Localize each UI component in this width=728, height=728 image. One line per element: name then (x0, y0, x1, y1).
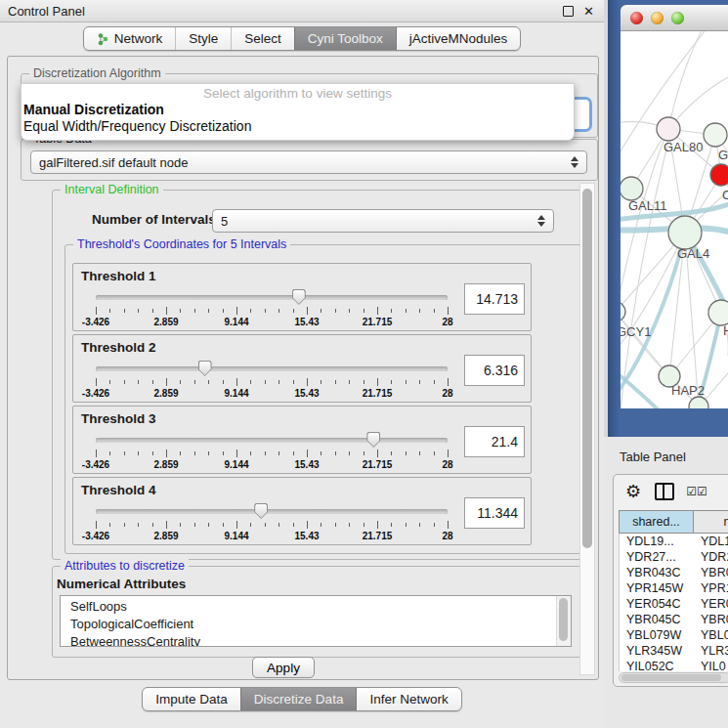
cell-shared-name: YPR145W (620, 581, 695, 595)
algorithm-dropdown-hint: Select algorithm to view settings (21, 86, 574, 101)
attribute-item[interactable]: SelfLoops (70, 598, 555, 616)
network-window-titlebar[interactable] (621, 5, 728, 31)
columns-icon[interactable] (655, 483, 674, 500)
cell-shared-name: YER054C (620, 597, 695, 611)
tab-jactivemnodules[interactable]: jActiveMNodules (396, 27, 521, 50)
close-icon[interactable]: ✕ (583, 5, 594, 18)
network-canvas[interactable]: GAL80GAGAL11CGAL4GCY1HHAP2 (621, 31, 728, 408)
threshold-label: Threshold 3 (81, 411, 156, 426)
table-row[interactable]: YDR27...YDR2 (620, 549, 728, 565)
table-data-combobox[interactable]: galFiltered.sif default node (30, 150, 587, 174)
algorithm-group-title: Discretization Algorithm (29, 66, 165, 80)
list-scrollbar-thumb[interactable] (559, 598, 568, 641)
tab-impute-data[interactable]: Impute Data (143, 688, 240, 710)
cyni-toolbox-panel: Discretization Algorithm Select algorith… (7, 56, 599, 680)
algorithm-option[interactable]: Manual Discretization (23, 102, 572, 118)
slider-thumb-icon[interactable] (292, 289, 306, 305)
network-node[interactable] (668, 216, 702, 249)
table-row[interactable]: YER054CYER0 (620, 596, 728, 612)
threshold-box: Threshold 1 -3.4262.8599.14415.4321.7152… (72, 263, 532, 331)
tab-label: Select (244, 31, 281, 46)
table-row[interactable]: YBR043CYBR0 (620, 565, 728, 580)
tab-select[interactable]: Select (231, 27, 294, 50)
threshold-slider[interactable]: -3.4262.8599.14415.4321.71528 (96, 289, 448, 328)
thresholds-group-title: Threshold's Coordinates for 5 Intervals (73, 237, 290, 251)
slider-scale-labels: -3.4262.8599.14415.4321.71528 (96, 531, 448, 542)
slider-ticks (96, 378, 448, 387)
panel-scrollbar-thumb[interactable] (582, 189, 592, 548)
tab-network[interactable]: Network (84, 27, 176, 50)
network-node[interactable] (621, 177, 643, 200)
threshold-slider[interactable]: -3.4262.8599.14415.4321.71528 (96, 503, 448, 542)
network-node[interactable] (704, 123, 727, 147)
table-row[interactable]: YIL052CYIL0 (620, 659, 728, 671)
tab-label: Discretize Data (254, 692, 344, 707)
attribute-item[interactable]: BetweennessCentrality (70, 633, 555, 647)
slider-thumb-icon[interactable] (254, 503, 268, 519)
table-row[interactable]: YLR345WYLR3 (620, 643, 728, 659)
threshold-box: Threshold 4 -3.4262.8599.14415.4321.7152… (72, 477, 532, 545)
column-header[interactable]: na (694, 510, 728, 534)
tab-style[interactable]: Style (175, 27, 231, 50)
tab-infer-network[interactable]: Infer Network (356, 688, 460, 710)
node-label: GAL4 (677, 246, 709, 261)
zoom-traffic-light-icon[interactable] (671, 12, 684, 24)
numerical-attributes-heading: Numerical Attributes (57, 577, 186, 591)
table-hscrollbar-thumb[interactable] (621, 674, 721, 681)
table-row[interactable]: YBL079WYBL0 (620, 627, 728, 643)
gear-icon[interactable]: ⚙ (625, 483, 641, 500)
network-node[interactable] (710, 164, 728, 186)
slider-track[interactable] (96, 509, 448, 514)
threshold-value-field[interactable]: 14.713 (464, 283, 525, 315)
cell-shared-name: YBR045C (620, 613, 695, 626)
network-node[interactable] (708, 300, 728, 325)
table-row[interactable]: YBR045CYBR0 (620, 612, 728, 627)
table-panel-body: ⚙ ☑☑ shared...na YDL19...YDL1YDR27...YDR… (613, 474, 728, 687)
attribute-item[interactable]: TopologicalCoefficient (70, 616, 555, 633)
right-column: GAL80GAGAL11CGAL4GCY1HHAP2 Table Panel ⚙… (604, 0, 728, 728)
table-hscrollbar[interactable] (619, 672, 728, 683)
numerical-attributes-list[interactable]: SelfLoopsTopologicalCoefficientBetweenne… (60, 595, 572, 647)
threshold-slider[interactable]: -3.4262.8599.14415.4321.71528 (96, 432, 448, 471)
table-header: shared...na (619, 510, 728, 534)
network-node[interactable] (657, 117, 680, 141)
checkbox-icons[interactable]: ☑☑ (686, 485, 707, 498)
network-view-background: GAL80GAGAL11CGAL4GCY1HHAP2 (608, 0, 728, 437)
control-panel: Control Panel ✕ NetworkStyleSelectCyni T… (0, 0, 604, 728)
algorithm-option[interactable]: Equal Width/Frequency Discretization (23, 118, 572, 135)
cell-shared-name: YBR043C (620, 566, 695, 579)
threshold-slider[interactable]: -3.4262.8599.14415.4321.71528 (96, 361, 448, 400)
number-of-intervals-label: Number of Intervals (92, 212, 216, 227)
combo-stepper-icon (536, 214, 545, 228)
slider-thumb-icon[interactable] (366, 432, 380, 448)
minimize-traffic-light-icon[interactable] (651, 12, 664, 24)
slider-track[interactable] (96, 366, 448, 371)
network-icon (97, 32, 109, 46)
table-data-group: Table Data galFiltered.sif default node (21, 139, 598, 181)
node-label: HAP2 (671, 383, 705, 398)
interval-definition-group: Interval Definition Number of Intervals … (52, 190, 581, 560)
float-icon[interactable] (563, 6, 574, 17)
cell-name: YBR0 (695, 566, 728, 579)
apply-button[interactable]: Apply (252, 657, 315, 678)
list-scrollbar[interactable] (556, 596, 571, 646)
slider-track[interactable] (96, 438, 448, 443)
slider-track[interactable] (96, 295, 448, 300)
close-traffic-light-icon[interactable] (630, 12, 643, 24)
threshold-value-field[interactable]: 11.344 (464, 497, 525, 529)
slider-scale-labels: -3.4262.8599.14415.4321.71528 (96, 388, 448, 400)
table-row[interactable]: YPR145WYPR1 (620, 580, 728, 596)
cell-name: YBR0 (695, 613, 728, 626)
table-panel: Table Panel ⚙ ☑☑ shared...na YDL19...YDL… (604, 437, 728, 728)
tab-cyni-toolbox[interactable]: Cyni Toolbox (294, 27, 396, 50)
threshold-value-field[interactable]: 6.316 (464, 355, 525, 386)
slider-thumb-icon[interactable] (198, 361, 212, 376)
attributes-group-title: Attributes to discretize (61, 559, 189, 573)
table-row[interactable]: YDL19...YDL1 (620, 534, 728, 549)
panel-scrollbar[interactable] (579, 183, 595, 675)
threshold-value-field[interactable]: 21.4 (464, 426, 525, 457)
column-header[interactable]: shared... (619, 510, 694, 534)
number-of-intervals-combobox[interactable]: 5 (212, 209, 554, 233)
network-node[interactable] (621, 302, 625, 321)
tab-discretize-data[interactable]: Discretize Data (240, 688, 357, 710)
